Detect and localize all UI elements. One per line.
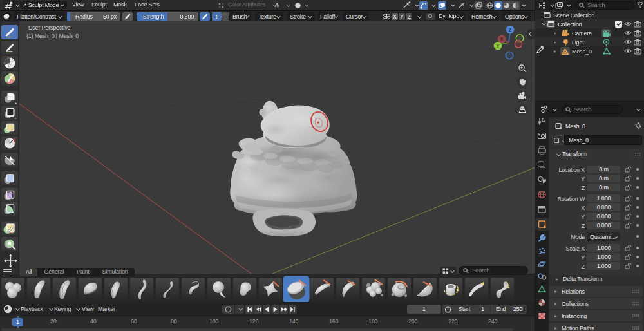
- svg-text:Y: Y: [497, 43, 500, 49]
- svg-text:X: X: [500, 36, 504, 42]
- svg-text:Z: Z: [509, 27, 512, 33]
